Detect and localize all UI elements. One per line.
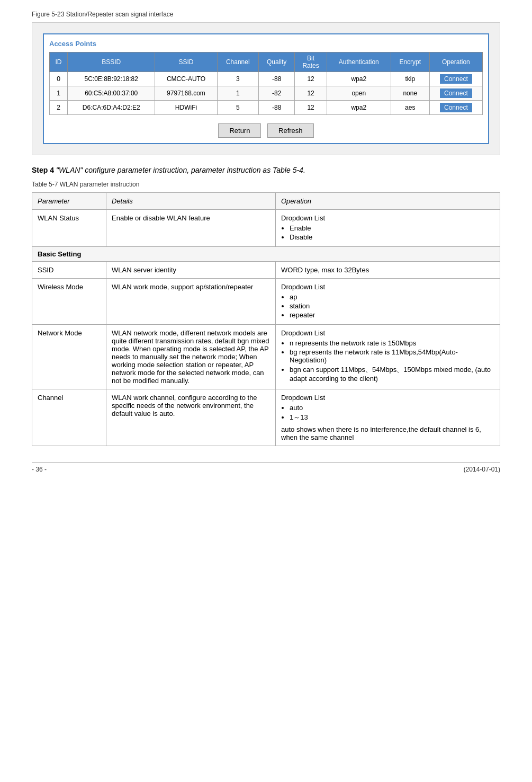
bullet-item: Disable (290, 233, 494, 241)
access-points-title: Access Points (49, 40, 483, 48)
ap-cell: open (327, 86, 391, 101)
param-name-cell: WLAN Status (32, 210, 106, 247)
footer: - 36 - (2014-07-01) (32, 462, 500, 473)
connect-button[interactable]: Connect (440, 74, 472, 84)
connect-button[interactable]: Connect (440, 103, 472, 112)
ap-table-row: 2D6:CA:6D:A4:D2:E2HDWiFi5-8812wpa2aesCon… (50, 101, 483, 115)
param-operation-cell: Dropdown Listapstationrepeater (276, 279, 500, 325)
ap-cell: -82 (258, 86, 294, 101)
operation-bullets: EnableDisable (281, 224, 494, 241)
param-row: Network ModeWLAN network mode, different… (32, 325, 500, 389)
ap-cell: 2 (50, 101, 68, 115)
ap-table-row: 160:C5:A8:00:37:009797168.com1-8212openn… (50, 86, 483, 101)
ap-cell: aes (391, 101, 429, 115)
bullet-item: Enable (290, 224, 494, 232)
connect-button[interactable]: Connect (440, 88, 472, 98)
ap-cell: 60:C5:A8:00:37:00 (67, 86, 155, 101)
operation-text: Dropdown List (281, 283, 494, 291)
param-operation-cell: WORD type, max to 32Bytes (276, 262, 500, 279)
param-name-cell: Wireless Mode (32, 279, 106, 325)
col-id: ID (50, 52, 68, 72)
bullet-item: bg represents the network rate is 11Mbps… (290, 348, 494, 364)
bullet-item: station (290, 302, 494, 310)
col-encrypt: Encrypt (391, 52, 429, 72)
ap-cell: CMCC-AUTO (155, 72, 217, 86)
param-details-cell: WLAN server identity (106, 262, 276, 279)
operation-bullets: auto1～13 (281, 404, 494, 422)
param-row: SSIDWLAN server identityWORD type, max t… (32, 262, 500, 279)
router-ui-box: Access Points ID BSSID SSID Channel Qual… (32, 22, 500, 155)
section-header-cell: Basic Setting (32, 247, 500, 262)
col-operation: Operation (429, 52, 482, 72)
bullet-item: auto (290, 404, 494, 412)
th-parameter: Parameter (32, 193, 106, 210)
col-ssid: SSID (155, 52, 217, 72)
param-name-cell: SSID (32, 262, 106, 279)
ap-cell: 12 (295, 72, 327, 86)
return-button[interactable]: Return (218, 123, 261, 138)
access-points-panel: Access Points ID BSSID SSID Channel Qual… (43, 33, 489, 144)
ap-table: ID BSSID SSID Channel Quality BitRates A… (49, 52, 483, 115)
col-quality: Quality (258, 52, 294, 72)
ap-cell: 5 (217, 101, 258, 115)
ap-cell: 3 (217, 72, 258, 86)
ap-cell: 12 (295, 86, 327, 101)
param-table: Parameter Details Operation WLAN StatusE… (32, 192, 500, 446)
refresh-button[interactable]: Refresh (267, 123, 314, 138)
bullet-item: bgn can support 11Mbps、54Mbps、150Mbps mi… (290, 365, 494, 383)
ap-cell: wpa2 (327, 72, 391, 86)
bullet-item: repeater (290, 311, 494, 319)
ap-connect-cell: Connect (429, 86, 482, 101)
param-name-cell: Network Mode (32, 325, 106, 389)
operation-bullets: n represents the network rate is 150Mbps… (281, 339, 494, 383)
ap-connect-cell: Connect (429, 72, 482, 86)
ap-cell: 1 (50, 86, 68, 101)
operation-extra: auto shows when there is no interference… (281, 425, 494, 441)
param-row: Wireless ModeWLAN work mode, support ap/… (32, 279, 500, 325)
param-details-cell: Enable or disable WLAN feature (106, 210, 276, 247)
col-channel: Channel (217, 52, 258, 72)
param-operation-cell: Dropdown Listn represents the network ra… (276, 325, 500, 389)
ap-cell: D6:CA:6D:A4:D2:E2 (67, 101, 155, 115)
col-auth: Authentication (327, 52, 391, 72)
bullet-item: 1～13 (290, 413, 494, 422)
footer-date: (2014-07-01) (464, 466, 500, 473)
figure-caption: Figure 5-23 Station/Repeater scan signal… (32, 11, 500, 18)
th-details: Details (106, 193, 276, 210)
footer-page: - 36 - (32, 466, 47, 473)
col-bitrates: BitRates (295, 52, 327, 72)
ap-connect-cell: Connect (429, 101, 482, 115)
ap-cell: none (391, 86, 429, 101)
param-name-cell: Channel (32, 389, 106, 446)
ap-cell: 9797168.com (155, 86, 217, 101)
ap-cell: 12 (295, 101, 327, 115)
param-operation-cell: Dropdown ListEnableDisable (276, 210, 500, 247)
operation-bullets: apstationrepeater (281, 293, 494, 319)
param-row: ChannelWLAN work channel, configure acco… (32, 389, 500, 446)
operation-text: Dropdown List (281, 329, 494, 337)
ap-cell: -88 (258, 101, 294, 115)
param-details-cell: WLAN work mode, support ap/station/repea… (106, 279, 276, 325)
ap-cell: 0 (50, 72, 68, 86)
ap-cell: 5C:0E:8B:92:18:82 (67, 72, 155, 86)
ap-cell: -88 (258, 72, 294, 86)
bullet-item: ap (290, 293, 494, 301)
operation-text: Dropdown List (281, 214, 494, 222)
section-header-row: Basic Setting (32, 247, 500, 262)
ap-table-row: 05C:0E:8B:92:18:82CMCC-AUTO3-8812wpa2tki… (50, 72, 483, 86)
col-bssid: BSSID (67, 52, 155, 72)
bullet-item: n represents the network rate is 150Mbps (290, 339, 494, 347)
param-details-cell: WLAN work channel, configure according t… (106, 389, 276, 446)
th-operation: Operation (276, 193, 500, 210)
param-operation-cell: Dropdown Listauto1～13auto shows when the… (276, 389, 500, 446)
ap-cell: HDWiFi (155, 101, 217, 115)
ap-cell: 1 (217, 86, 258, 101)
operation-text: WORD type, max to 32Bytes (281, 266, 494, 274)
operation-text: Dropdown List (281, 394, 494, 402)
step4-text: Step 4 "WLAN" configure parameter instru… (32, 166, 500, 174)
ap-cell: tkip (391, 72, 429, 86)
table57-caption: Table 5-7 WLAN parameter instruction (32, 181, 500, 188)
button-row: Return Refresh (49, 123, 483, 138)
param-row: WLAN StatusEnable or disable WLAN featur… (32, 210, 500, 247)
ap-cell: wpa2 (327, 101, 391, 115)
